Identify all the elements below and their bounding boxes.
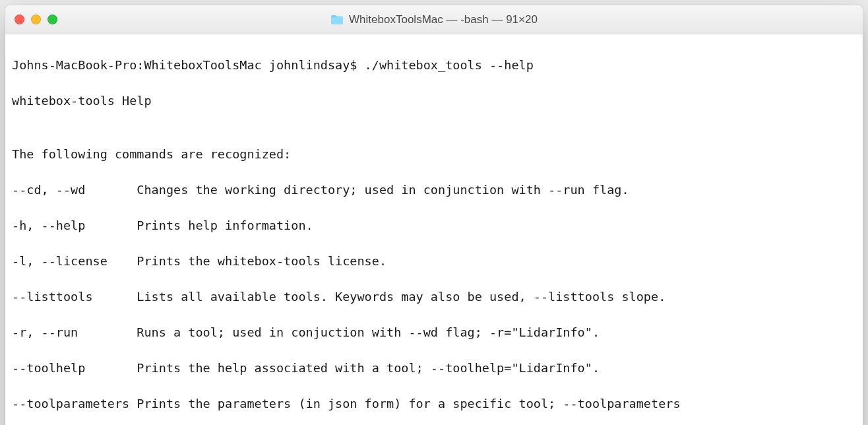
terminal-window: WhiteboxToolsMac — -bash — 91×20 Johns-M…	[5, 5, 863, 425]
terminal-line: Johns-MacBook-Pro:WhiteboxToolsMac johnl…	[12, 56, 856, 74]
terminal-line: --toolparameters Prints the parameters (…	[12, 395, 856, 412]
window-title: WhiteboxToolsMac — -bash — 91×20	[349, 13, 538, 26]
minimize-icon[interactable]	[31, 15, 41, 24]
terminal-line: The following commands are recognized:	[12, 145, 856, 163]
terminal-line: --listtools Lists all available tools. K…	[12, 288, 856, 306]
terminal-line: -r, --run Runs a tool; used in conjuctio…	[12, 323, 856, 341]
terminal-body[interactable]: Johns-MacBook-Pro:WhiteboxToolsMac johnl…	[5, 34, 863, 425]
terminal-line: --toolhelp Prints the help associated wi…	[12, 359, 856, 377]
terminal-line: -h, --help Prints help information.	[12, 216, 856, 234]
close-icon[interactable]	[15, 15, 24, 24]
titlebar[interactable]: WhiteboxToolsMac — -bash — 91×20	[5, 5, 863, 34]
maximize-icon[interactable]	[47, 15, 57, 24]
window-title-area: WhiteboxToolsMac — -bash — 91×20	[15, 13, 853, 26]
terminal-line: -l, --license Prints the whitebox-tools …	[12, 252, 856, 270]
terminal-line: --cd, --wd Changes the working directory…	[12, 181, 856, 199]
terminal-line: whitebox-tools Help	[12, 92, 856, 110]
window-controls	[15, 15, 57, 24]
folder-icon	[330, 15, 344, 25]
